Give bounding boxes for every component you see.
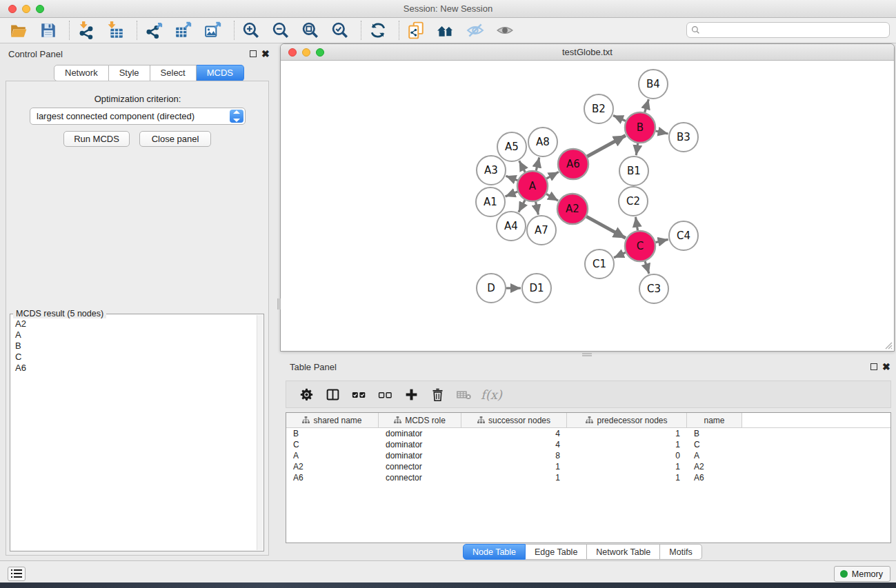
column-header[interactable]: predecessor nodes [567, 413, 687, 427]
tab-select[interactable]: Select [150, 65, 197, 81]
deselect-all-checkboxes-icon[interactable] [375, 385, 395, 403]
column-header-label: successor nodes [488, 416, 550, 425]
table-panel-title: Table Panel [290, 362, 337, 372]
edge-B-B4[interactable] [645, 99, 649, 112]
save-session-icon[interactable] [38, 20, 59, 41]
horizontal-splitter-handle[interactable] [582, 353, 592, 356]
zoom-out-icon[interactable] [270, 20, 291, 41]
column-header-label: shared name [313, 416, 361, 425]
select-all-checkboxes-icon[interactable] [348, 385, 369, 403]
control-panel-float-icon[interactable] [250, 50, 257, 57]
edge-A-A8[interactable] [536, 157, 539, 170]
new-network-from-selection-icon[interactable] [406, 20, 426, 41]
zoom-selected-icon[interactable] [330, 20, 350, 41]
edge-B-B1[interactable] [636, 143, 637, 155]
delete-table-icon[interactable] [453, 385, 474, 403]
table-settings-gear-icon[interactable] [296, 385, 317, 403]
column-header[interactable]: MCDS role [379, 413, 461, 427]
import-table-icon[interactable] [106, 20, 126, 41]
add-column-icon[interactable] [401, 385, 421, 403]
search-field[interactable] [686, 22, 890, 38]
status-bar: Memory [0, 560, 896, 582]
toolbar-separator [361, 21, 361, 40]
tab-network-table[interactable]: Network Table [587, 544, 660, 560]
run-mcds-button[interactable]: Run MCDS [63, 131, 130, 147]
window-resize-grip[interactable] [884, 341, 893, 349]
edge-A2-C[interactable] [586, 216, 626, 238]
desktop-background [0, 582, 896, 588]
edge-C-C1[interactable] [614, 252, 626, 257]
table-row[interactable]: A2connector11A2 [286, 461, 890, 472]
edge-A-A1[interactable] [506, 192, 518, 196]
criterion-selected-value: largest connected component (directed) [37, 111, 195, 121]
result-item[interactable]: A [14, 330, 255, 341]
edge-A-A4[interactable] [519, 200, 525, 212]
zoom-fit-icon[interactable] [300, 20, 321, 41]
first-neighbors-icon[interactable] [435, 20, 456, 41]
import-network-icon[interactable] [76, 20, 97, 41]
tab-node-table[interactable]: Node Table [463, 544, 526, 560]
tab-motifs[interactable]: Motifs [660, 544, 701, 560]
hide-selected-icon[interactable] [465, 20, 486, 41]
tab-style[interactable]: Style [109, 65, 150, 81]
result-item[interactable]: A2 [14, 318, 255, 330]
result-item[interactable]: A6 [14, 363, 255, 374]
network-canvas[interactable]: AA1A2A3A4A5A6A7A8BB1B2B3B4CC1C2C3C4DD1 [281, 61, 894, 351]
column-header-label: name [704, 416, 724, 425]
memory-button[interactable]: Memory [834, 566, 890, 582]
close-panel-button[interactable]: Close panel [139, 131, 211, 147]
control-panel-close-icon[interactable]: ✖ [261, 50, 270, 58]
open-session-icon[interactable] [8, 20, 29, 41]
edge-B-B2[interactable] [613, 115, 626, 121]
zoom-in-icon[interactable] [241, 20, 261, 41]
table-panel-float-icon[interactable] [870, 363, 877, 370]
memory-label: Memory [852, 569, 883, 579]
column-header[interactable]: successor nodes [461, 413, 567, 427]
edge-C-C3[interactable] [645, 261, 649, 274]
export-network-icon[interactable] [143, 20, 164, 41]
edge-C-C4[interactable] [655, 239, 668, 242]
tab-network[interactable]: Network [54, 65, 109, 81]
result-item[interactable]: B [14, 341, 255, 352]
vertical-splitter-handle[interactable] [277, 298, 281, 310]
edge-A-A6[interactable] [546, 172, 559, 179]
table-row[interactable]: A6connector11A6 [286, 472, 890, 483]
column-header[interactable]: shared name [286, 413, 379, 427]
table-cell: 1 [567, 439, 687, 450]
edge-A6-B[interactable] [587, 136, 626, 156]
table-row[interactable]: Bdominator41B [286, 428, 890, 439]
table-row[interactable]: Cdominator41C [286, 439, 890, 450]
export-image-icon[interactable] [203, 20, 223, 41]
criterion-select[interactable]: largest connected component (directed) [30, 108, 246, 125]
function-builder-icon[interactable]: f(x) [481, 387, 502, 402]
result-item[interactable]: C [14, 352, 255, 363]
edge-A-A5[interactable] [519, 161, 526, 172]
edge-B-B3[interactable] [655, 131, 668, 134]
search-icon [691, 26, 700, 34]
edge-A-A3[interactable] [506, 176, 517, 181]
node-label-A8: A8 [536, 136, 550, 148]
delete-column-trash-icon[interactable] [427, 385, 448, 403]
column-view-icon[interactable] [322, 385, 343, 403]
edge-C-C2[interactable] [635, 217, 637, 231]
table-panel-close-icon[interactable]: ✖ [882, 363, 890, 371]
table-row[interactable]: Adominator80A [286, 450, 890, 461]
search-input[interactable] [700, 23, 889, 37]
table-cell: A6 [286, 472, 379, 483]
apply-layout-icon[interactable] [368, 20, 388, 41]
network-window-titlebar[interactable]: testGlobe.txt [281, 44, 894, 61]
app-titlebar: Session: New Session [0, 0, 896, 18]
edge-A-A2[interactable] [546, 194, 558, 201]
column-header[interactable]: name [687, 413, 742, 427]
tab-mcds[interactable]: MCDS [197, 65, 244, 81]
edge-A-A7[interactable] [536, 202, 539, 215]
node-label-C: C [637, 240, 644, 252]
table-header-row: shared nameMCDS rolesuccessor nodesprede… [286, 413, 890, 428]
task-history-button[interactable] [8, 567, 26, 581]
export-table-icon[interactable] [173, 20, 194, 41]
result-scrollbar[interactable] [257, 315, 263, 550]
tab-edge-table[interactable]: Edge Table [526, 544, 587, 560]
column-type-icon [477, 416, 485, 424]
table-toolbar: f(x) [286, 381, 891, 408]
show-all-icon[interactable] [495, 20, 515, 41]
